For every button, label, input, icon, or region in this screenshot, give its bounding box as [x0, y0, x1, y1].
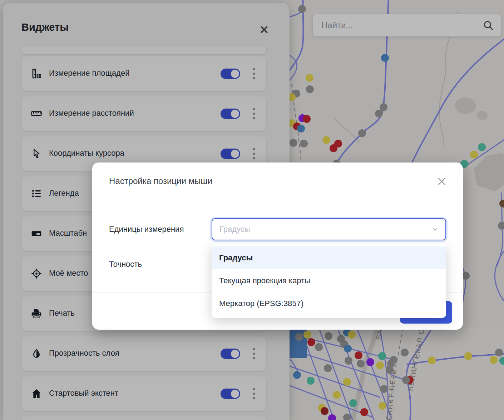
dropdown-option[interactable]: Текущая проекция карты: [212, 269, 446, 292]
dropdown-option[interactable]: Градусы: [212, 246, 446, 269]
units-dropdown: ГрадусыТекущая проекция картыМеркатор (E…: [212, 244, 446, 318]
precision-label: Точность: [109, 260, 142, 269]
chevron-down-icon: [431, 225, 439, 233]
units-label: Единицы измерения: [109, 225, 184, 234]
dropdown-option[interactable]: Меркатор (EPSG:3857): [212, 292, 446, 315]
units-select-placeholder: Градусы: [219, 225, 431, 234]
units-select[interactable]: Градусы: [212, 218, 446, 240]
modal-close-icon[interactable]: [436, 176, 447, 187]
modal-title: Настройка позиции мыши: [109, 176, 212, 186]
